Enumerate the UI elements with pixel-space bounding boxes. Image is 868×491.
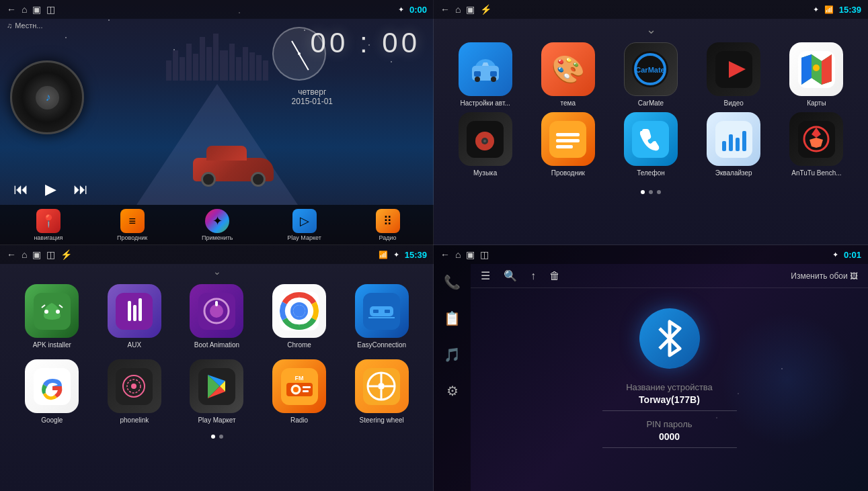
svg-rect-25: [742, 131, 746, 151]
nav-dock-icon: 📍: [36, 209, 61, 233]
dock-explorer[interactable]: ≡ Проводник: [117, 209, 147, 241]
app-carmate[interactable]: CarMate CarMate: [613, 42, 688, 107]
home-icon-p1[interactable]: ⌂: [22, 4, 27, 15]
recent-icon-p1[interactable]: ▣: [32, 4, 41, 15]
dock-navigation[interactable]: 📍 навигация: [34, 209, 63, 241]
toolbar-list-icon[interactable]: ☰: [481, 269, 490, 282]
svg-point-15: [483, 140, 486, 142]
home-icon-p3[interactable]: ⌂: [22, 249, 27, 260]
svg-rect-21: [715, 121, 752, 158]
next-track-button[interactable]: ⏭: [73, 181, 88, 198]
music-track-name: Местн...: [15, 21, 42, 30]
theme-icon: 🎨: [541, 42, 595, 96]
wallpaper-label: Изменить обои: [791, 271, 847, 281]
recent-icon-p2[interactable]: ▣: [466, 4, 475, 15]
google-icon: [25, 359, 79, 413]
svg-rect-33: [133, 305, 136, 321]
dock-playmarket[interactable]: ▷ Play Маркет: [287, 209, 321, 241]
sidebar-music-icon[interactable]: 🎵: [444, 347, 461, 363]
back-icon-p1[interactable]: ←: [7, 4, 16, 15]
bottom-dock-p1: 📍 навигация ≡ Проводник ✦ Применить ▷ Pl…: [0, 205, 434, 245]
svg-point-29: [44, 310, 48, 314]
recent-icon-p3[interactable]: ▣: [32, 249, 41, 260]
boot-icon: [190, 284, 243, 338]
apk-label: APK installer: [33, 341, 71, 349]
toolbar-search-icon[interactable]: 🔍: [504, 269, 517, 282]
sidebar-contacts-icon[interactable]: 📋: [444, 310, 461, 326]
pin-value: 0000: [602, 431, 737, 448]
app-equalizer[interactable]: Эквалайзер: [696, 112, 772, 177]
home-icon-p4[interactable]: ⌂: [455, 249, 461, 260]
vinyl-inner: ♪: [36, 86, 59, 109]
svg-rect-23: [729, 134, 733, 151]
app-phonelink[interactable]: phonelink: [96, 359, 173, 424]
dropdown-arrow-p2[interactable]: ⌄: [434, 19, 868, 37]
carmate-label: CarMate: [638, 99, 664, 107]
music-note-icon-small: ♫: [7, 21, 12, 30]
svg-rect-17: [556, 133, 580, 136]
wifi-icon-p2: 📶: [824, 5, 834, 14]
app-settings-car[interactable]: Настройки авт...: [447, 42, 523, 107]
app-row2-p2: Музыка Проводник Телефон Эквалайзер AnTu…: [434, 107, 868, 187]
app-boot-animation[interactable]: Boot Animation: [178, 284, 255, 349]
screenshot-icon-p1[interactable]: ◫: [46, 4, 55, 15]
app-music[interactable]: Музыка: [447, 112, 523, 177]
play-pause-button[interactable]: ▶: [45, 181, 56, 198]
clock-date-val: 2015-01-01: [292, 97, 333, 106]
back-icon-p2[interactable]: ←: [440, 4, 450, 15]
car-wheel-left: [201, 172, 216, 187]
bt-sidebar: 📞 📋 🎵 ⚙: [434, 264, 471, 491]
app-antutu[interactable]: AnTuTu Bench...: [779, 112, 855, 177]
app-aux[interactable]: AUX: [96, 284, 173, 349]
antutu-label: AnTuTu Bench...: [791, 169, 841, 177]
dock-radio[interactable]: ⠿ Радио: [376, 209, 400, 241]
steering-icon: [355, 359, 409, 413]
playmarket-dock-icon: ▷: [292, 209, 317, 233]
theme-label: тема: [561, 99, 576, 107]
screenshot-icon-p4[interactable]: ◫: [480, 249, 489, 260]
nav-icons-p1: ← ⌂ ▣ ◫: [7, 4, 55, 15]
screenshot-icon-p3[interactable]: ◫: [46, 249, 55, 260]
back-icon-p3[interactable]: ←: [7, 249, 16, 260]
app-row2-p3: Google phonelink Play Маркет FM Radio St…: [0, 354, 434, 429]
app-video[interactable]: Видео: [696, 42, 772, 107]
explorer-icon: [541, 112, 595, 166]
recent-icon-p4[interactable]: ▣: [466, 249, 475, 260]
aux-label: AUX: [128, 341, 142, 349]
aux-icon: [108, 284, 161, 338]
dock-apps[interactable]: ✦ Применить: [202, 209, 233, 241]
app-explorer[interactable]: Проводник: [530, 112, 606, 177]
car-roof: [206, 146, 247, 161]
app-chrome[interactable]: Chrome: [261, 284, 338, 349]
bt-icon-p4: ✦: [832, 251, 838, 259]
back-icon-p4[interactable]: ←: [440, 249, 450, 260]
vinyl-play-icon: ♪: [46, 91, 51, 103]
steering-label: Steering wheel: [360, 416, 404, 424]
svg-point-11: [813, 64, 820, 71]
app-apk-installer[interactable]: APK installer: [13, 284, 91, 349]
app-maps[interactable]: Карты: [779, 42, 855, 107]
sidebar-phone-icon[interactable]: 📞: [444, 274, 461, 290]
vinyl-record: ♪: [10, 60, 84, 134]
prev-track-button[interactable]: ⏮: [13, 181, 28, 198]
toolbar-delete-icon[interactable]: 🗑: [549, 270, 560, 282]
toolbar-wallpaper[interactable]: Изменить обои 🖼: [791, 271, 858, 281]
sidebar-settings-icon[interactable]: ⚙: [446, 383, 459, 399]
app-play-market[interactable]: Play Маркет: [178, 359, 255, 424]
dropdown-arrow-p3[interactable]: ⌄: [0, 264, 434, 279]
toolbar-share-icon[interactable]: ↑: [530, 270, 536, 282]
app-phone[interactable]: Телефон: [613, 112, 688, 177]
time-p3: 15:39: [405, 250, 427, 260]
page-dot-p3-2: [219, 435, 223, 439]
svg-point-30: [56, 310, 60, 314]
app-easyconnection[interactable]: EasyConnection: [343, 284, 420, 349]
app-theme[interactable]: 🎨 тема: [530, 42, 606, 107]
svg-text:FM: FM: [294, 375, 303, 382]
app-google[interactable]: Google: [13, 359, 91, 424]
phonelink-label: phonelink: [120, 416, 149, 424]
home-icon-p2[interactable]: ⌂: [455, 4, 461, 15]
app-steering-wheel[interactable]: Steering wheel: [343, 359, 420, 424]
app-row1-p3: APK installer AUX Boot Animation: [0, 279, 434, 354]
bt-icon-p3: ✦: [393, 251, 399, 259]
app-radio[interactable]: FM Radio: [261, 359, 338, 424]
